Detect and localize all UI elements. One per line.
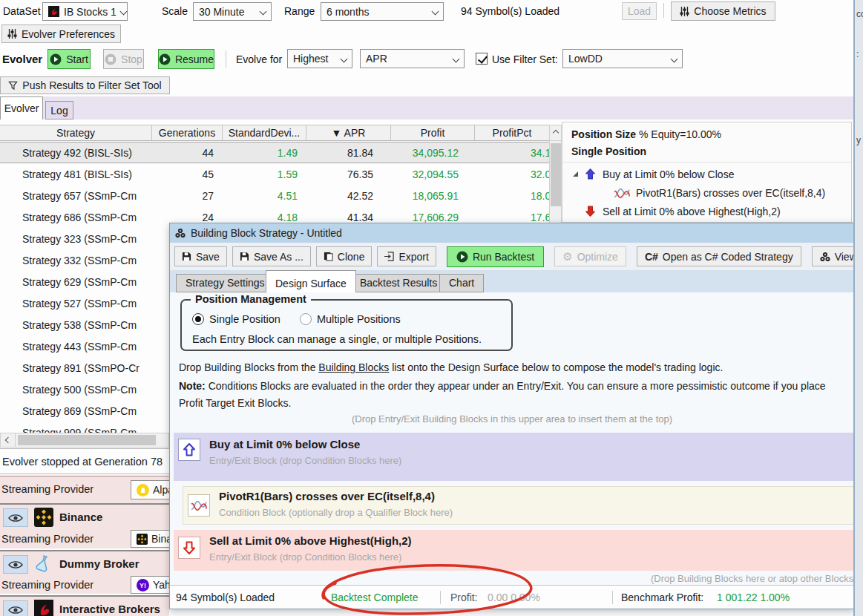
scale-label: Scale — [162, 5, 188, 17]
building-blocks-link[interactable]: Building Blocks — [318, 361, 389, 373]
tree-item-condition[interactable]: PivotR1(Bars) crosses over EC(itself,8,4… — [613, 186, 825, 200]
resume-button[interactable]: Resume — [158, 49, 214, 69]
push-results-button[interactable]: Push Results to Filter Set Tool — [0, 76, 170, 94]
status-separator — [440, 591, 441, 604]
stop-circle-icon — [105, 53, 117, 65]
evolver-preferences-button[interactable]: Evolver Preferences — [1, 24, 121, 43]
table-header: Strategy Generations StandardDevi... ▼ A… — [0, 125, 549, 141]
column-header-generations[interactable]: Generations — [152, 125, 223, 140]
provider-button-alpaca[interactable]: Alpaca — [131, 480, 169, 499]
multiple-positions-radio[interactable]: Multiple Positions — [300, 313, 401, 325]
yahoo-icon: Y! — [137, 579, 149, 592]
column-header-profitpct[interactable]: ProfitPct — [475, 125, 549, 140]
eye-icon — [8, 560, 23, 569]
block-subtitle: Entry/Exit Block (drop Condition Blocks … — [209, 455, 401, 466]
choose-metrics-button[interactable]: Choose Metrics — [671, 1, 775, 21]
range-dropdown[interactable]: 6 months — [321, 2, 444, 21]
column-header-apr-sorted[interactable]: ▼ APR — [306, 125, 391, 140]
chevron-down-icon — [260, 8, 267, 16]
design-surface: Position Management Single Position Mult… — [170, 292, 854, 586]
sliders-icon — [7, 29, 17, 39]
evolve-for-dropdown[interactable]: Highest — [287, 49, 352, 68]
column-header-stddev[interactable]: StandardDevi... — [223, 125, 306, 140]
chevron-down-icon — [671, 55, 678, 62]
tab-evolver[interactable]: Evolver — [0, 96, 43, 119]
single-position-radio[interactable]: Single Position — [192, 313, 280, 325]
building-blocks-icon — [175, 228, 186, 238]
building-block-strategy-dialog: Building Block Strategy - Untitled Save … — [169, 223, 855, 609]
filter-set-dropdown[interactable]: LowDD — [562, 49, 683, 68]
provider-button-yahoo[interactable]: Y! Yahoo! Fin — [131, 576, 169, 594]
use-filter-set-checkbox[interactable] — [476, 53, 488, 65]
table-horizontal-scrollbar[interactable] — [0, 433, 169, 448]
broker-panel-dummy: Dummy Broker Streaming Provider Y! Yahoo… — [0, 550, 169, 594]
save-as-button[interactable]: Save As ... — [232, 246, 311, 266]
use-filter-set-label: Use Filter Set: — [492, 53, 558, 65]
load-button[interactable]: Load — [622, 2, 657, 20]
scale-dropdown[interactable]: 30 Minute — [193, 2, 272, 21]
table-row[interactable]: Strategy 481 (BISL-SIs) 45 1.59 76.35 32… — [0, 163, 549, 185]
scrollbar-thumb[interactable] — [18, 435, 156, 445]
streaming-provider-label: Streaming Provider — [1, 483, 93, 495]
clone-button[interactable]: Clone — [316, 246, 373, 266]
tab-log[interactable]: Log — [45, 101, 73, 119]
stop-button[interactable]: Stop — [103, 49, 144, 69]
view-building-blocks-button[interactable]: View Bui — [812, 246, 855, 266]
save-button[interactable]: Save — [174, 246, 227, 266]
status-profit-label: Profit: — [450, 592, 478, 603]
toolbar-separator — [663, 3, 664, 18]
table-row[interactable]: Strategy 492 (BISL-SIs) 44 1.49 81.84 34… — [0, 142, 549, 163]
tab-design-surface[interactable]: Design Surface — [266, 270, 356, 292]
tab-backtest-results[interactable]: Backtest Results — [350, 274, 447, 292]
evolver-status-text: Evolver stopped at Generation 78 — [0, 456, 163, 468]
visibility-toggle[interactable] — [3, 600, 28, 616]
gear-icon: ⚙ — [562, 251, 572, 262]
play-circle-icon — [159, 53, 171, 65]
block-title: PivotR1(Bars) crosses over EC(itself,8,4… — [219, 490, 435, 502]
export-button[interactable]: Export — [377, 246, 436, 266]
metric-dropdown[interactable]: APR — [360, 49, 465, 68]
streaming-provider-label: Streaming Provider — [1, 533, 93, 545]
scrollbar-thumb[interactable] — [551, 143, 561, 206]
dialog-titlebar[interactable]: Building Block Strategy - Untitled — [170, 223, 854, 243]
block-condition[interactable]: PivotR1(Bars) crosses over EC(itself,8,4… — [183, 486, 854, 525]
floppy-icon — [240, 252, 249, 261]
optimize-button[interactable]: ⚙ Optimize — [554, 246, 626, 266]
chevron-down-icon — [341, 55, 348, 62]
block-buy-entry[interactable]: Buy at Limit 0% below Close Entry/Exit B… — [174, 433, 854, 481]
column-header-strategy[interactable]: Strategy — [0, 125, 152, 140]
csharp-icon: C# — [645, 251, 658, 263]
dataset-dropdown[interactable]: IB Stocks 1 — [42, 2, 128, 21]
column-header-profit[interactable]: Profit — [391, 125, 475, 140]
run-backtest-button[interactable]: Run Backtest — [447, 246, 544, 267]
ib-logo-icon — [34, 600, 53, 616]
visibility-toggle[interactable] — [3, 508, 28, 527]
status-symbols-loaded: 94 Symbol(s) Loaded — [176, 592, 275, 603]
tab-chart[interactable]: Chart — [439, 274, 484, 292]
block-sell-exit[interactable]: Sell at Limit 0% above Highest(High,2) E… — [174, 530, 854, 571]
tree-item-sell-exit[interactable]: Sell at Limit 0% above Highest(High,2) — [584, 205, 781, 217]
tree-item-buy-entry[interactable]: Buy at Limit 0% below Close — [573, 168, 734, 180]
tab-strategy-settings[interactable]: Strategy Settings — [176, 274, 275, 292]
upper-drop-hint: (Drop Entry/Exit Building Blocks in this… — [170, 413, 854, 425]
dialog-toolbar: Save Save As ... Clone Export Run Backte… — [170, 243, 854, 270]
provider-button-binance[interactable]: Binance — [131, 530, 169, 548]
scroll-left-button[interactable] — [1, 433, 16, 447]
status-backtest-complete: Backtest Complete — [331, 592, 419, 603]
open-csharp-button[interactable]: C# Open as C# Coded Strategy — [637, 246, 801, 266]
table-row[interactable]: Strategy 657 (SSmP-Cm 27 4.51 42.52 18,0… — [0, 185, 549, 206]
position-management-groupbox: Position Management Single Position Mult… — [180, 299, 513, 351]
floppy-icon — [182, 252, 191, 261]
expander-icon[interactable] — [573, 171, 578, 177]
block-subtitle: Entry/Exit Block (drop Condition Blocks … — [209, 551, 401, 563]
visibility-toggle[interactable] — [3, 555, 28, 574]
radio-selected-icon — [192, 313, 204, 325]
groupbox-title: Position Management — [191, 293, 311, 305]
start-button[interactable]: Start — [47, 49, 91, 69]
broker-name: Binance — [59, 511, 102, 523]
scroll-up-button[interactable] — [550, 125, 561, 141]
streaming-provider-label: Streaming Provider — [1, 579, 93, 591]
divider — [562, 162, 851, 163]
eye-icon — [8, 606, 23, 615]
note-line-2: Profit Target Exit Blocks. — [179, 397, 291, 409]
